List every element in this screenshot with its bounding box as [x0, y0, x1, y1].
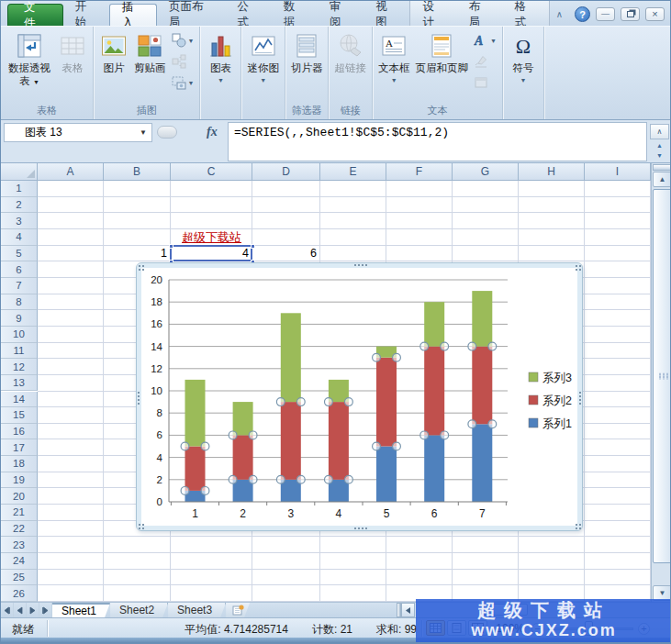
shapes-button[interactable]: ▼ [169, 31, 197, 50]
dropdown-caret-icon[interactable]: ▼ [520, 77, 526, 83]
vertical-scrollbar[interactable]: ▲ ▼ [651, 163, 671, 602]
chart-object[interactable]: 024681012141618201234567系列3系列2系列1 [136, 262, 583, 531]
series-2[interactable] [185, 347, 493, 491]
column-header-F[interactable]: F [386, 163, 453, 181]
dropdown-caret-icon[interactable]: ▼ [218, 77, 224, 83]
row-header-8[interactable]: 8 [1, 294, 38, 311]
row-header-23[interactable]: 23 [1, 537, 38, 553]
column-header-G[interactable]: G [453, 163, 519, 181]
close-icon[interactable]: × [645, 7, 665, 21]
formula-bar-collapse-icon[interactable]: ∧ [650, 124, 669, 139]
sheet-tab-Sheet3[interactable]: Sheet3 [168, 603, 226, 617]
tab-公式[interactable]: 公式 [226, 4, 272, 26]
grid-cell-B5[interactable]: 1 [104, 246, 171, 262]
context-tab-设计[interactable]: 设计 [410, 4, 456, 26]
row-header-24[interactable]: 24 [1, 553, 38, 570]
row-header-18[interactable]: 18 [1, 456, 38, 472]
chart-sizing-handle[interactable] [353, 527, 368, 531]
picture-button[interactable]: 图片 [96, 28, 131, 76]
chart-sizing-handle[interactable] [353, 263, 368, 268]
row-header-11[interactable]: 11 [1, 343, 38, 360]
chart-sizing-handle[interactable] [138, 523, 145, 530]
tab-插入[interactable]: 插入 [109, 4, 157, 26]
sheet-tab-Sheet2[interactable]: Sheet2 [110, 603, 168, 617]
chart-sizing-handle[interactable] [575, 264, 582, 272]
name-box-dropdown-icon[interactable]: ▼ [140, 128, 147, 137]
tab-审阅[interactable]: 审阅 [318, 4, 363, 26]
column-header-H[interactable]: H [519, 163, 585, 181]
row-header-1[interactable]: 1 [1, 181, 38, 197]
pivottable-button[interactable]: 数据透视表 ▼ [4, 28, 55, 90]
sheet-last-icon[interactable] [39, 603, 52, 617]
row-header-21[interactable]: 21 [1, 505, 38, 521]
chart-button[interactable]: 图表▼ [203, 28, 238, 85]
tab-数据[interactable]: 数据 [272, 4, 318, 26]
restore-icon[interactable] [621, 7, 640, 21]
tab-开始[interactable]: 开始 [63, 4, 109, 26]
tab-file[interactable]: 文件 [7, 4, 63, 26]
name-box[interactable]: 图表 13 ▼ [4, 123, 152, 142]
chart-sizing-handle[interactable] [575, 523, 582, 530]
row-header-25[interactable]: 25 [1, 570, 38, 586]
formula-bar-scroll[interactable]: ▲▼ [650, 141, 669, 161]
scrollbar-split-handle[interactable] [653, 164, 671, 171]
chart-sizing-handle[interactable] [578, 391, 583, 405]
row-header-17[interactable]: 17 [1, 439, 38, 456]
symbol-button[interactable]: Ω符号▼ [506, 28, 541, 85]
ribbon-collapse-icon[interactable]: ∧ [550, 7, 569, 21]
column-header-E[interactable]: E [320, 163, 386, 181]
slicer-button[interactable]: 切片器 [288, 28, 326, 76]
screenshot-button[interactable]: ▼ [169, 73, 197, 92]
row-header-15[interactable]: 15 [1, 407, 38, 424]
dropdown-caret-icon[interactable]: ▼ [391, 77, 397, 83]
header-footer-button[interactable]: 页眉和页脚 [412, 28, 471, 76]
row-header-7[interactable]: 7 [1, 278, 38, 294]
column-header-C[interactable]: C [171, 163, 252, 181]
hscroll-left-icon[interactable] [401, 603, 415, 617]
scroll-up-icon[interactable]: ▲ [653, 172, 671, 187]
row-header-13[interactable]: 13 [1, 375, 38, 392]
context-tab-布局[interactable]: 布局 [457, 4, 503, 26]
sheet-next-icon[interactable] [27, 603, 39, 617]
tab-页面布局[interactable]: 页面布局 [157, 4, 225, 26]
chart-sizing-handle[interactable] [138, 264, 145, 272]
help-icon[interactable]: ? [575, 6, 590, 22]
chart-legend[interactable]: 系列3系列2系列1 [529, 372, 572, 430]
vertical-scroll-thumb[interactable] [653, 189, 671, 563]
insert-worksheet-tab[interactable] [226, 603, 250, 617]
row-header-4[interactable]: 4 [1, 229, 38, 246]
row-header-20[interactable]: 20 [1, 488, 38, 505]
row-header-6[interactable]: 6 [1, 261, 38, 278]
column-header-B[interactable]: B [104, 163, 171, 181]
minimize-icon[interactable]: — [596, 7, 615, 21]
column-header-I[interactable]: I [585, 163, 651, 181]
textbox-button[interactable]: A文本框▼ [375, 28, 413, 85]
sheet-tab-Sheet1[interactable]: Sheet1 [52, 603, 110, 617]
context-tab-格式[interactable]: 格式 [503, 4, 549, 26]
column-header-A[interactable]: A [38, 163, 104, 181]
sheet-prev-icon[interactable] [14, 603, 27, 617]
column-header-D[interactable]: D [252, 163, 320, 181]
clipart-button[interactable]: 剪贴画 [131, 28, 169, 76]
sparkline-button[interactable]: 迷你图▼ [244, 28, 282, 85]
chart-sizing-handle[interactable] [137, 391, 141, 405]
row-header-26[interactable]: 26 [1, 585, 38, 602]
grid-cell-C4[interactable]: 超级下载站 [171, 229, 252, 246]
row-header-9[interactable]: 9 [1, 310, 38, 327]
sheet-first-icon[interactable] [1, 603, 14, 617]
worksheet-grid[interactable]: ABCDEFGHI 123456789101112131415161718192… [1, 163, 671, 602]
row-header-3[interactable]: 3 [1, 213, 38, 229]
row-header-5[interactable]: 5 [1, 246, 38, 262]
select-all-corner[interactable] [1, 163, 38, 181]
insert-function-icon[interactable]: fx [207, 125, 218, 139]
grid-cell-D5[interactable]: 6 [252, 246, 320, 262]
row-header-19[interactable]: 19 [1, 472, 38, 489]
row-header-10[interactable]: 10 [1, 327, 38, 343]
stacked-column-chart[interactable]: 024681012141618201234567系列3系列2系列1 [137, 263, 584, 532]
row-header-14[interactable]: 14 [1, 392, 38, 408]
row-header-22[interactable]: 22 [1, 521, 38, 538]
dropdown-caret-icon[interactable]: ▼ [260, 77, 266, 83]
row-header-12[interactable]: 12 [1, 359, 38, 375]
wordart-button[interactable]: A▼ [471, 31, 499, 50]
row-header-2[interactable]: 2 [1, 197, 38, 214]
